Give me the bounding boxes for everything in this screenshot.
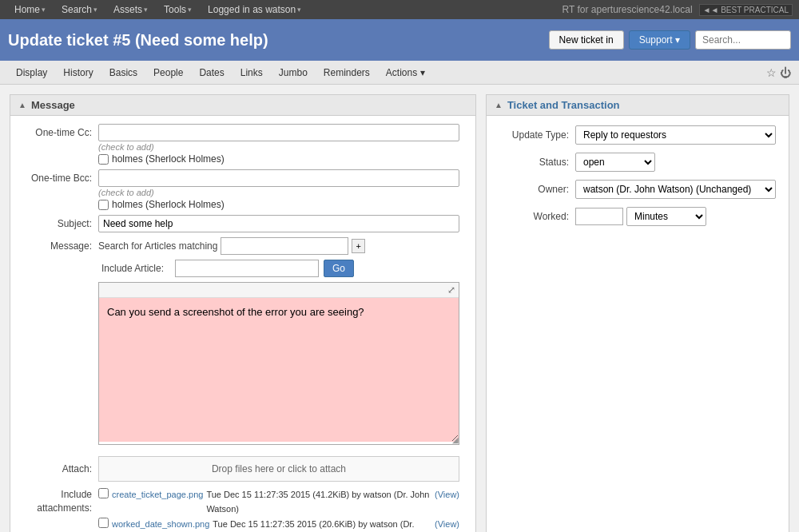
star-icon[interactable]: ☆ — [766, 66, 777, 79]
message-textarea-toolbar: ⤢ — [99, 283, 459, 298]
cc-user-holmes: holmes (Sherlock Holmes) — [98, 153, 459, 165]
collapse-icon[interactable]: ▲ — [18, 101, 26, 109]
go-button[interactable]: Go — [324, 260, 354, 277]
bcc-user-holmes: holmes (Sherlock Holmes) — [98, 199, 459, 210]
ticket-section-header: ▲ Ticket and Transaction — [487, 95, 789, 116]
attachment-name-1: create_ticket_page.png — [112, 488, 203, 502]
status-select[interactable]: open new stalled resolved rejected — [575, 153, 655, 172]
attach-label: Attach: — [26, 463, 98, 474]
tab-reminders[interactable]: Reminders — [316, 63, 378, 82]
update-type-row: Update Type: Reply to requestors — [499, 125, 776, 145]
status-row: Status: open new stalled resolved reject… — [499, 153, 776, 172]
ticket-section-title: Ticket and Transaction — [507, 99, 620, 111]
include-article-input[interactable] — [175, 260, 319, 277]
resize-handle-icon: ◢ — [452, 435, 459, 444]
message-label: Message: — [26, 237, 98, 252]
worked-input[interactable] — [575, 208, 623, 225]
chevron-down-icon: ▾ — [42, 6, 46, 14]
nav-tools[interactable]: Tools ▾ — [156, 0, 200, 19]
search-articles-input[interactable] — [221, 237, 348, 255]
ticket-panel: ▲ Ticket and Transaction Update Type: Re… — [486, 94, 789, 532]
one-time-cc-label: One-time Cc: — [26, 124, 98, 138]
owner-row: Owner: watson (Dr. John Watson) (Unchang… — [499, 180, 776, 199]
search-articles-label: Search for Articles matching — [98, 240, 217, 252]
one-time-cc-row: One-time Cc: (check to add) holmes (Sher… — [26, 124, 459, 165]
attachment-checkbox-2[interactable] — [98, 518, 109, 528]
worked-label: Worked: — [499, 211, 575, 222]
message-panel: ▲ Message One-time Cc: (check to add) ho… — [10, 94, 476, 532]
include-article-label: Include Article: — [98, 263, 170, 274]
nav-search[interactable]: Search ▾ — [54, 0, 105, 19]
message-textarea[interactable]: Can you send a screenshot of the error y… — [99, 298, 459, 442]
update-type-select[interactable]: Reply to requestors — [575, 125, 776, 145]
nav-assets[interactable]: Assets ▾ — [105, 0, 156, 19]
message-section-title: Message — [31, 99, 75, 111]
collapse-icon[interactable]: ▲ — [495, 101, 503, 109]
topnav-right: RT for aperturescience42.local ◄◄ BEST P… — [562, 4, 793, 16]
nav-home[interactable]: Home ▾ — [6, 0, 54, 19]
tab-links[interactable]: Links — [233, 63, 271, 82]
chevron-down-icon: ▾ — [420, 67, 425, 78]
attachment-view-1[interactable]: (View) — [435, 488, 459, 502]
subnav: Display History Basics People Dates Link… — [0, 61, 799, 85]
nav-user[interactable]: Logged in as watson ▾ — [200, 0, 309, 19]
include-attachments-row: Includeattachments: create_ticket_page.p… — [26, 488, 459, 532]
tab-dates[interactable]: Dates — [191, 63, 232, 82]
page-title: Update ticket #5 (Need some help) — [8, 31, 544, 50]
topnav-left: Home ▾ Search ▾ Assets ▾ Tools ▾ Logged … — [6, 0, 309, 19]
rt-hostname: RT for aperturescience42.local — [562, 4, 693, 15]
ticket-form-body: Update Type: Reply to requestors Status:… — [487, 116, 789, 244]
search-input[interactable] — [695, 30, 791, 50]
message-row: Message: Search for Articles matching + … — [26, 237, 459, 451]
subject-label: Subject: — [26, 215, 98, 229]
search-articles-add-button[interactable]: + — [352, 239, 364, 253]
chevron-down-icon: ▾ — [93, 6, 97, 14]
tab-jumbo[interactable]: Jumbo — [271, 63, 316, 82]
attachment-meta-2: Tue Dec 15 11:27:35 2015 (20.6KiB) by wa… — [213, 518, 431, 532]
tab-history[interactable]: History — [55, 63, 101, 82]
owner-select[interactable]: watson (Dr. John Watson) (Unchanged) — [575, 180, 776, 199]
header-bar: Update ticket #5 (Need some help) New ti… — [0, 19, 799, 61]
support-button[interactable]: Support ▾ — [629, 30, 690, 50]
chevron-down-icon: ▾ — [297, 6, 301, 14]
subject-row: Subject: — [26, 215, 459, 232]
one-time-bcc-input[interactable] — [98, 169, 459, 187]
bcc-holmes-checkbox[interactable] — [98, 200, 109, 210]
one-time-cc-input[interactable] — [98, 124, 459, 141]
message-form-body: One-time Cc: (check to add) holmes (Sher… — [10, 116, 475, 532]
cc-holmes-checkbox[interactable] — [98, 154, 109, 165]
subject-input[interactable] — [98, 215, 459, 232]
cc-add-hint: (check to add) — [98, 142, 459, 152]
search-articles-row: Search for Articles matching + — [98, 237, 459, 255]
include-article-row: Include Article: Go — [98, 260, 459, 277]
tab-people[interactable]: People — [145, 63, 191, 82]
attachment-meta-1: Tue Dec 15 11:27:35 2015 (41.2KiB) by wa… — [206, 488, 431, 516]
attachment-view-2[interactable]: (View) — [435, 518, 459, 532]
new-ticket-button[interactable]: New ticket in — [549, 30, 624, 50]
chevron-down-icon: ▾ — [675, 34, 680, 46]
attachment-checkbox-1[interactable] — [98, 488, 109, 498]
tab-actions[interactable]: Actions ▾ — [378, 63, 433, 82]
one-time-bcc-row: One-time Bcc: (check to add) holmes (She… — [26, 169, 459, 210]
bcc-add-hint: (check to add) — [98, 188, 459, 197]
chevron-down-icon: ▾ — [188, 6, 192, 14]
message-section-header: ▲ Message — [10, 95, 475, 116]
tab-basics[interactable]: Basics — [101, 63, 145, 82]
include-attachments-label: Includeattachments: — [26, 488, 98, 515]
worked-units-select[interactable]: Minutes Hours — [626, 207, 706, 226]
tab-display[interactable]: Display — [8, 63, 55, 82]
attachments-list: create_ticket_page.png Tue Dec 15 11:27:… — [98, 488, 459, 532]
main-content: ▲ Message One-time Cc: (check to add) ho… — [0, 85, 799, 532]
attach-drop-zone[interactable]: Drop files here or click to attach — [98, 456, 459, 482]
expand-icon[interactable]: ⤢ — [447, 284, 455, 296]
attachment-item-2: worked_date_shown.png Tue Dec 15 11:27:3… — [98, 518, 459, 532]
clock-icon[interactable]: ⏻ — [780, 66, 791, 79]
worked-row: Worked: Minutes Hours — [499, 207, 776, 226]
attachment-name-2: worked_date_shown.png — [112, 518, 209, 532]
attachment-item-1: create_ticket_page.png Tue Dec 15 11:27:… — [98, 488, 459, 516]
subnav-right: ☆ ⏻ — [766, 66, 791, 79]
one-time-bcc-label: One-time Bcc: — [26, 169, 98, 184]
best-practical-logo: ◄◄ BEST PRACTICAL — [699, 4, 793, 16]
status-label: Status: — [499, 157, 575, 168]
message-textarea-wrapper: ⤢ Can you send a screenshot of the error… — [98, 282, 459, 445]
